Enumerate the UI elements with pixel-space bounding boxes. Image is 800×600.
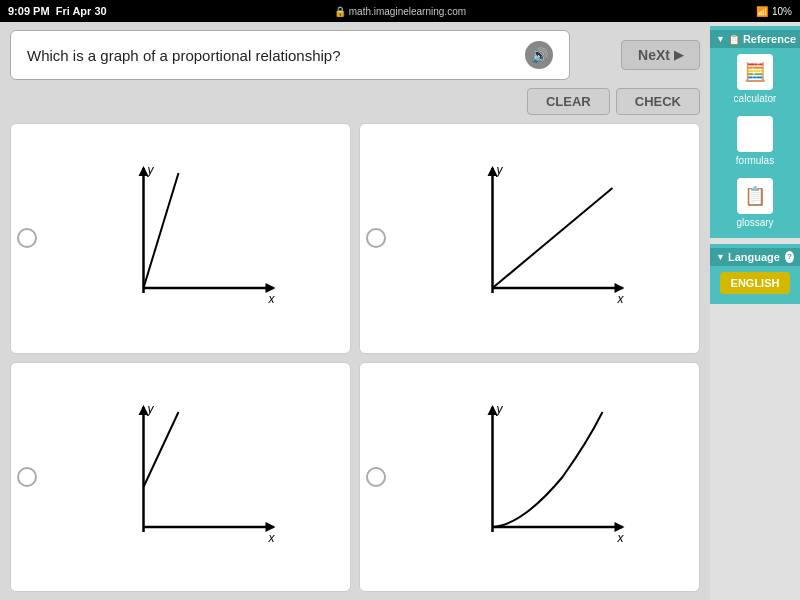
graph-svg-1: y x [43, 158, 344, 318]
battery-icon: 10% [772, 6, 792, 17]
radio-4[interactable] [366, 467, 386, 487]
svg-text:y: y [496, 163, 504, 177]
reference-collapse-icon[interactable]: ▼ [716, 34, 725, 44]
graph-canvas-4: y x [392, 369, 693, 586]
content-area: Which is a graph of a proportional relat… [0, 22, 710, 600]
reference-header: ▼ 📋 Reference [710, 30, 800, 48]
graphs-grid: y x [10, 123, 700, 592]
wifi-icon: 📶 [756, 6, 768, 17]
svg-line-13 [493, 188, 613, 288]
reference-icon: 📋 [728, 34, 740, 45]
graph-option-3[interactable]: y x [10, 362, 351, 593]
next-button[interactable]: NeXt ▶ [621, 40, 700, 70]
formulas-label: formulas [736, 155, 774, 166]
graph-svg-3: y x [43, 397, 344, 557]
sidebar-calculator[interactable]: 🧮 calculator [710, 48, 800, 110]
status-time: 9:09 PM Fri Apr 30 [8, 5, 107, 17]
main-layout: Which is a graph of a proportional relat… [0, 22, 800, 600]
reference-panel: ▼ 📋 Reference 🧮 calculator {x} formulas … [710, 26, 800, 238]
english-button[interactable]: ENGLISH [720, 272, 790, 294]
graph-svg-4: y x [392, 397, 693, 557]
graph-canvas-3: y x [43, 369, 344, 586]
svg-text:y: y [496, 402, 504, 416]
question-box: Which is a graph of a proportional relat… [10, 30, 570, 80]
svg-text:y: y [147, 402, 155, 416]
radio-3[interactable] [17, 467, 37, 487]
speaker-icon: 🔊 [531, 47, 548, 63]
graph-canvas-1: y x [43, 130, 344, 347]
sidebar-formulas[interactable]: {x} formulas [710, 110, 800, 172]
language-panel: ▼ Language ? ENGLISH [710, 244, 800, 304]
svg-text:y: y [147, 163, 155, 177]
formulas-icon: {x} [737, 116, 773, 152]
calculator-icon: 🧮 [737, 54, 773, 90]
svg-line-6 [144, 173, 179, 288]
graph-option-4[interactable]: y x [359, 362, 700, 593]
top-bar: Which is a graph of a proportional relat… [10, 30, 700, 80]
graph-option-1[interactable]: y x [10, 123, 351, 354]
glossary-icon: 📋 [737, 178, 773, 214]
language-header: ▼ Language ? [710, 248, 800, 266]
svg-text:x: x [617, 292, 625, 306]
svg-line-20 [144, 412, 179, 487]
action-bar: CLEAR CHECK [10, 88, 700, 115]
sidebar: ▼ 📋 Reference 🧮 calculator {x} formulas … [710, 22, 800, 600]
graph-svg-2: y x [392, 158, 693, 318]
glossary-label: glossary [736, 217, 773, 228]
question-text: Which is a graph of a proportional relat… [27, 47, 341, 64]
graph-canvas-2: y x [392, 130, 693, 347]
radio-2[interactable] [366, 228, 386, 248]
speaker-button[interactable]: 🔊 [525, 41, 553, 69]
language-info-icon[interactable]: ? [785, 251, 794, 263]
svg-text:x: x [268, 531, 276, 545]
svg-text:x: x [617, 531, 625, 545]
status-bar: 9:09 PM Fri Apr 30 🔒 math.imaginelearnin… [0, 0, 800, 22]
language-label: Language [728, 251, 780, 263]
check-button[interactable]: CHECK [616, 88, 700, 115]
status-icons: 📶 10% [756, 6, 792, 17]
svg-text:x: x [268, 292, 276, 306]
language-collapse-icon[interactable]: ▼ [716, 252, 725, 262]
status-url: 🔒 math.imaginelearning.com [334, 6, 466, 17]
clear-button[interactable]: CLEAR [527, 88, 610, 115]
calculator-label: calculator [734, 93, 777, 104]
next-label: NeXt [638, 47, 670, 63]
sidebar-glossary[interactable]: 📋 glossary [710, 172, 800, 234]
graph-option-2[interactable]: y x [359, 123, 700, 354]
radio-1[interactable] [17, 228, 37, 248]
next-arrow-icon: ▶ [674, 48, 683, 62]
reference-label: Reference [743, 33, 796, 45]
